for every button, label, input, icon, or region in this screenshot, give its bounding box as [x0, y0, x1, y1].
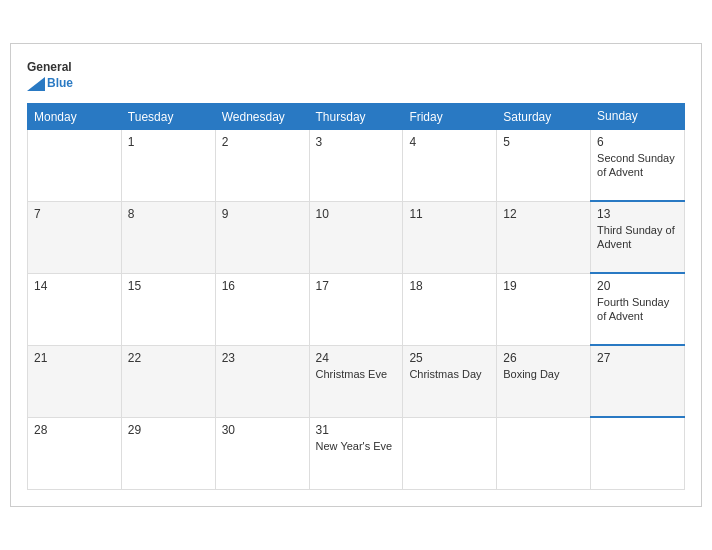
day-number: 2	[222, 135, 303, 149]
weekday-header-row: MondayTuesdayWednesdayThursdayFridaySatu…	[28, 104, 685, 130]
calendar-cell: 5	[497, 129, 591, 201]
calendar-cell: 19	[497, 273, 591, 345]
calendar-cell: 7	[28, 201, 122, 273]
calendar-cell: 1	[121, 129, 215, 201]
weekday-tuesday: Tuesday	[121, 104, 215, 130]
week-row-4: 21222324Christmas Eve25Christmas Day26Bo…	[28, 345, 685, 417]
day-number: 27	[597, 351, 678, 365]
event-text: Second Sunday of Advent	[597, 152, 675, 178]
logo-general: General	[27, 60, 72, 76]
day-number: 29	[128, 423, 209, 437]
calendar-cell: 21	[28, 345, 122, 417]
day-number: 10	[316, 207, 397, 221]
calendar-cell: 26Boxing Day	[497, 345, 591, 417]
weekday-wednesday: Wednesday	[215, 104, 309, 130]
event-text: Third Sunday of Advent	[597, 224, 675, 250]
day-number: 24	[316, 351, 397, 365]
day-number: 8	[128, 207, 209, 221]
day-number: 7	[34, 207, 115, 221]
calendar-cell: 29	[121, 417, 215, 489]
weekday-thursday: Thursday	[309, 104, 403, 130]
calendar-cell: 16	[215, 273, 309, 345]
day-number: 30	[222, 423, 303, 437]
weekday-saturday: Saturday	[497, 104, 591, 130]
calendar-cell: 3	[309, 129, 403, 201]
calendar-cell: 12	[497, 201, 591, 273]
day-number: 17	[316, 279, 397, 293]
calendar-cell: 30	[215, 417, 309, 489]
logo-triangle-icon	[27, 77, 45, 91]
calendar-table: MondayTuesdayWednesdayThursdayFridaySatu…	[27, 103, 685, 490]
calendar-cell: 9	[215, 201, 309, 273]
day-number: 18	[409, 279, 490, 293]
day-number: 25	[409, 351, 490, 365]
calendar-container: General Blue MondayTuesdayWednesdayThurs…	[10, 43, 702, 507]
week-row-1: 123456Second Sunday of Advent	[28, 129, 685, 201]
day-number: 4	[409, 135, 490, 149]
calendar-cell: 20Fourth Sunday of Advent	[591, 273, 685, 345]
calendar-cell	[591, 417, 685, 489]
event-text: Fourth Sunday of Advent	[597, 296, 669, 322]
event-text: Christmas Eve	[316, 368, 388, 380]
calendar-cell: 24Christmas Eve	[309, 345, 403, 417]
weekday-sunday: Sunday	[591, 104, 685, 130]
day-number: 14	[34, 279, 115, 293]
weekday-monday: Monday	[28, 104, 122, 130]
day-number: 16	[222, 279, 303, 293]
day-number: 15	[128, 279, 209, 293]
day-number: 19	[503, 279, 584, 293]
day-number: 13	[597, 207, 678, 221]
day-number: 23	[222, 351, 303, 365]
week-row-2: 78910111213Third Sunday of Advent	[28, 201, 685, 273]
calendar-cell: 6Second Sunday of Advent	[591, 129, 685, 201]
calendar-header: General Blue	[27, 60, 685, 91]
day-number: 6	[597, 135, 678, 149]
logo: General Blue	[27, 60, 73, 91]
day-number: 20	[597, 279, 678, 293]
day-number: 5	[503, 135, 584, 149]
calendar-cell: 25Christmas Day	[403, 345, 497, 417]
calendar-cell: 18	[403, 273, 497, 345]
week-row-5: 28293031New Year's Eve	[28, 417, 685, 489]
day-number: 12	[503, 207, 584, 221]
event-text: Christmas Day	[409, 368, 481, 380]
day-number: 11	[409, 207, 490, 221]
day-number: 22	[128, 351, 209, 365]
calendar-cell: 13Third Sunday of Advent	[591, 201, 685, 273]
calendar-cell	[403, 417, 497, 489]
day-number: 1	[128, 135, 209, 149]
calendar-cell: 15	[121, 273, 215, 345]
event-text: Boxing Day	[503, 368, 559, 380]
logo-blue: Blue	[47, 76, 73, 92]
event-text: New Year's Eve	[316, 440, 393, 452]
day-number: 31	[316, 423, 397, 437]
calendar-cell: 23	[215, 345, 309, 417]
calendar-cell: 10	[309, 201, 403, 273]
day-number: 26	[503, 351, 584, 365]
day-number: 3	[316, 135, 397, 149]
calendar-cell: 27	[591, 345, 685, 417]
calendar-cell	[28, 129, 122, 201]
calendar-cell: 31New Year's Eve	[309, 417, 403, 489]
week-row-3: 14151617181920Fourth Sunday of Advent	[28, 273, 685, 345]
weekday-friday: Friday	[403, 104, 497, 130]
calendar-cell: 28	[28, 417, 122, 489]
calendar-cell	[497, 417, 591, 489]
day-number: 9	[222, 207, 303, 221]
day-number: 28	[34, 423, 115, 437]
calendar-cell: 2	[215, 129, 309, 201]
calendar-cell: 4	[403, 129, 497, 201]
calendar-cell: 22	[121, 345, 215, 417]
day-number: 21	[34, 351, 115, 365]
calendar-cell: 11	[403, 201, 497, 273]
calendar-cell: 8	[121, 201, 215, 273]
calendar-cell: 17	[309, 273, 403, 345]
svg-marker-0	[27, 77, 45, 91]
calendar-cell: 14	[28, 273, 122, 345]
